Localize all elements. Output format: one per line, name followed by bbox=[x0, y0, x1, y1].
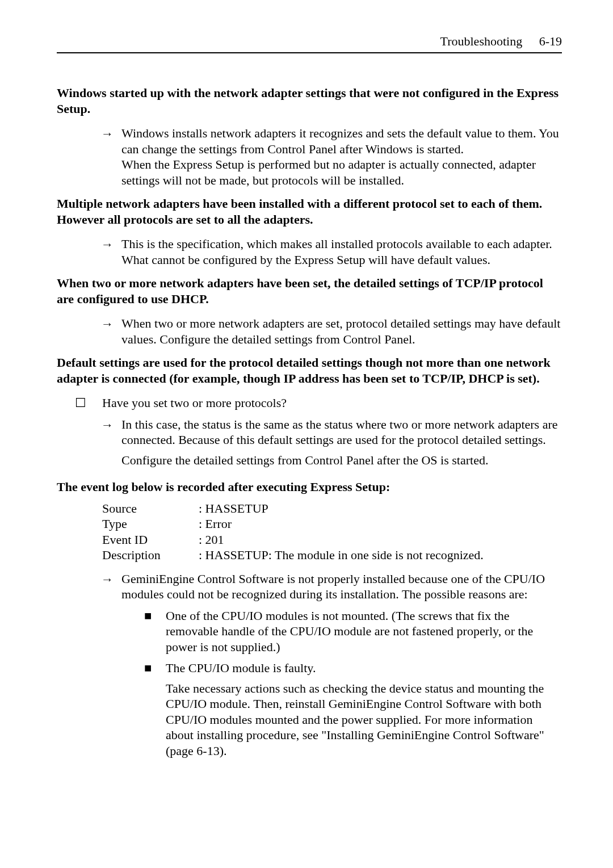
section-5-bullet-2-text: The CPU/IO module is faulty. bbox=[166, 660, 562, 676]
section-3-heading: When two or more network adapters have b… bbox=[57, 275, 562, 307]
arrow-icon: → bbox=[101, 417, 121, 433]
section-2-item: → This is the specification, which makes… bbox=[101, 236, 562, 267]
bullet-icon: ■ bbox=[144, 608, 166, 624]
arrow-icon: → bbox=[101, 316, 121, 332]
event-log-row: Description : HASSETUP: The module in on… bbox=[102, 547, 562, 563]
event-log-val-eventid: : 201 bbox=[199, 532, 562, 548]
page-header: Troubleshooting 6-19 bbox=[57, 34, 562, 53]
section-3-body: When two or more network adapters are se… bbox=[121, 316, 562, 347]
bullet-icon: ■ bbox=[144, 660, 166, 676]
section-5-arrow-body: GeminiEngine Control Software is not pro… bbox=[121, 571, 562, 759]
event-log-val-source: : HASSETUP bbox=[199, 501, 562, 517]
section-5-bullet-2: ■ The CPU/IO module is faulty. bbox=[144, 660, 562, 676]
section-4-heading: Default settings are used for the protoc… bbox=[57, 355, 562, 386]
section-2-body: This is the specification, which makes a… bbox=[121, 236, 562, 267]
event-log-table: Source : HASSETUP Type : Error Event ID … bbox=[102, 501, 562, 563]
section-4-arrow-body: In this case, the status is the same as … bbox=[121, 417, 562, 468]
section-4-checkbox: ☐ Have you set two or more protocols? bbox=[75, 395, 562, 411]
section-4-arrow-item: → In this case, the status is the same a… bbox=[101, 417, 562, 468]
page: Troubleshooting 6-19 Windows started up … bbox=[0, 0, 613, 810]
event-log-key-eventid: Event ID bbox=[102, 532, 199, 548]
section-5-after: Take necessary actions such as checking … bbox=[166, 681, 562, 759]
section-1-body: Windows installs network adapters it rec… bbox=[121, 125, 562, 188]
section-5-arrow-text: GeminiEngine Control Software is not pro… bbox=[121, 572, 545, 602]
arrow-icon: → bbox=[101, 571, 121, 588]
section-1-heading: Windows started up with the network adap… bbox=[57, 85, 562, 116]
section-1-item: → Windows installs network adapters it r… bbox=[101, 125, 562, 188]
event-log-row: Type : Error bbox=[102, 516, 562, 532]
header-chapter: 6-19 bbox=[539, 34, 562, 48]
arrow-icon: → bbox=[101, 125, 121, 142]
section-4-after: Configure the detailed settings from Con… bbox=[121, 452, 562, 468]
event-log-val-type: : Error bbox=[199, 516, 562, 532]
section-4-checkbox-text: Have you set two or more protocols? bbox=[102, 395, 562, 411]
event-log-row: Event ID : 201 bbox=[102, 532, 562, 548]
event-log-key-source: Source bbox=[102, 501, 199, 517]
section-2-heading: Multiple network adapters have been inst… bbox=[57, 196, 562, 227]
event-log-val-desc: : HASSETUP: The module in one side is no… bbox=[199, 547, 562, 563]
arrow-icon: → bbox=[101, 236, 121, 253]
header-title: Troubleshooting bbox=[440, 34, 523, 48]
event-log-row: Source : HASSETUP bbox=[102, 501, 562, 517]
section-5-heading: The event log below is recorded after ex… bbox=[57, 479, 562, 495]
event-log-key-type: Type bbox=[102, 516, 199, 532]
checkbox-icon: ☐ bbox=[75, 395, 102, 411]
section-5-bullet-1: ■ One of the CPU/IO modules is not mount… bbox=[144, 608, 562, 655]
event-log-key-desc: Description bbox=[102, 547, 199, 563]
section-3-item: → When two or more network adapters are … bbox=[101, 316, 562, 347]
section-4-arrow-text: In this case, the status is the same as … bbox=[121, 417, 558, 447]
section-5-bullet-1-text: One of the CPU/IO modules is not mounted… bbox=[166, 608, 562, 655]
section-5-arrow-item: → GeminiEngine Control Software is not p… bbox=[101, 571, 562, 759]
